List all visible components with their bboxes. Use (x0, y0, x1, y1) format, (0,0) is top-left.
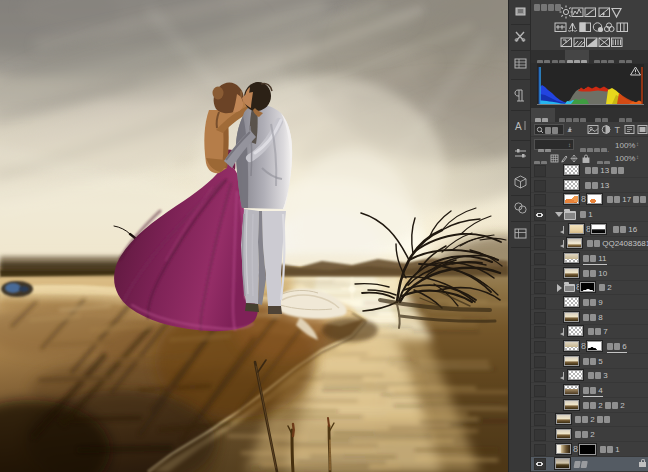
svg-text:A: A (515, 121, 522, 132)
svg-text:T: T (615, 125, 621, 135)
